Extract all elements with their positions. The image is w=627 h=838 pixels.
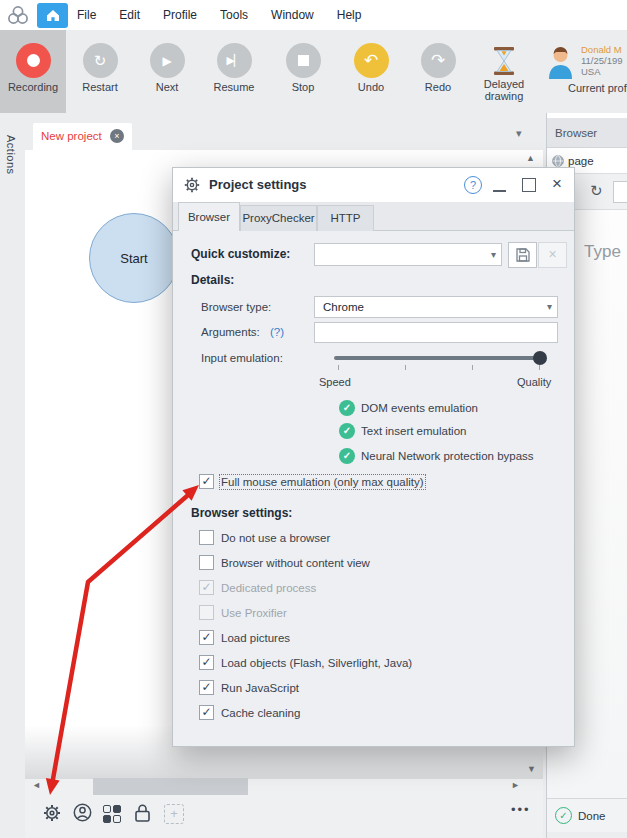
actions-sidebar: Actions <box>0 113 25 838</box>
menu-window[interactable]: Window <box>271 8 314 22</box>
details-label: Details: <box>191 273 234 287</box>
arguments-help-link[interactable]: (?) <box>270 326 284 338</box>
tab-close-icon[interactable]: × <box>110 129 124 143</box>
current-profile-button[interactable]: Donald M 11/25/199 USA Current profile <box>535 30 627 113</box>
menu-edit[interactable]: Edit <box>119 8 140 22</box>
actions-sidebar-label: Actions <box>5 135 17 175</box>
profile-country: USA <box>581 66 601 77</box>
profile-name: Donald M <box>581 44 622 55</box>
grid-view-icon[interactable] <box>103 805 121 823</box>
stop-icon <box>286 43 321 78</box>
add-region-icon[interactable]: + <box>164 804 184 824</box>
settings-gear-icon[interactable] <box>42 803 62 823</box>
gear-icon <box>183 176 201 194</box>
help-icon[interactable]: ? <box>464 176 482 194</box>
checkbox-icon <box>199 605 214 620</box>
page-item-label: page <box>568 155 594 167</box>
checkbox-icon[interactable]: ✓ <box>199 474 214 489</box>
dialog-tabstrip: Browser ProxyChecker HTTP <box>173 202 574 231</box>
checkbox-icon[interactable] <box>199 555 214 570</box>
save-icon <box>516 248 530 262</box>
arguments-label: Arguments: <box>201 326 260 338</box>
address-bar[interactable] <box>613 181 627 203</box>
tab-new-project[interactable]: New project × <box>33 123 132 150</box>
menu-bar: File Edit Profile Tools Window Help <box>0 0 627 30</box>
scroll-left-icon[interactable]: ◄ <box>32 780 41 790</box>
check-circle-icon: ✓ <box>339 448 355 464</box>
recording-button[interactable]: Recording <box>0 30 66 113</box>
checkbox-icon[interactable]: ✓ <box>199 705 214 720</box>
clear-preset-button[interactable]: × <box>538 242 567 268</box>
tab-browser[interactable]: Browser <box>178 202 240 231</box>
feature-neural-network: ✓ Neural Network protection bypass <box>339 448 575 464</box>
slider-min-label: Speed <box>319 376 351 388</box>
checkbox-run-javascript[interactable]: ✓ Run JavaScript <box>199 680 299 695</box>
slider-track[interactable] <box>334 356 544 360</box>
lock-icon[interactable] <box>133 803 152 823</box>
quick-customize-combobox[interactable]: ▾ <box>314 243 502 266</box>
checkbox-icon[interactable]: ✓ <box>199 630 214 645</box>
tab-list-chevron-down-icon[interactable]: ▾ <box>516 127 522 140</box>
close-icon[interactable]: × <box>552 174 562 194</box>
stop-button[interactable]: Stop <box>271 30 335 113</box>
chevron-down-icon: ▾ <box>547 301 552 312</box>
tab-http[interactable]: HTTP <box>317 205 374 231</box>
profile-person-icon[interactable] <box>73 803 92 822</box>
slider-handle[interactable] <box>533 351 547 365</box>
menu-help[interactable]: Help <box>337 8 362 22</box>
refresh-icon[interactable]: ↻ <box>590 182 603 200</box>
scroll-right-icon[interactable]: ► <box>511 780 520 790</box>
browser-panel-title: Browser <box>555 127 597 139</box>
checkbox-load-objects[interactable]: ✓ Load objects (Flash, Silverlight, Java… <box>199 655 412 670</box>
save-preset-button[interactable] <box>508 242 537 268</box>
toolbar: Recording ↻ Restart ▶ Next ▶▏ Resume Sto… <box>0 30 627 113</box>
checkbox-dedicated-process: ✓ Dedicated process <box>199 580 316 595</box>
project-settings-dialog: Project settings ? × Browser ProxyChecke… <box>172 167 575 747</box>
arguments-input[interactable] <box>314 322 558 343</box>
home-button[interactable] <box>37 3 68 28</box>
browser-type-select[interactable]: Chrome ▾ <box>314 296 558 318</box>
dialog-titlebar[interactable]: Project settings ? × <box>173 168 574 202</box>
done-check-icon: ✓ <box>555 807 572 824</box>
input-emulation-slider[interactable]: Speed Quality <box>334 348 546 382</box>
checkbox-cache-cleaning[interactable]: ✓ Cache cleaning <box>199 705 300 720</box>
app-logo-icon <box>6 5 30 26</box>
tab-proxychecker[interactable]: ProxyChecker <box>240 205 317 231</box>
scroll-up-icon[interactable]: ▲ <box>526 153 535 163</box>
undo-icon: ↶ <box>354 43 389 78</box>
start-node[interactable]: Start <box>89 213 179 303</box>
avatar <box>547 46 574 79</box>
checkbox-icon[interactable]: ✓ <box>199 655 214 670</box>
next-button[interactable]: ▶ Next <box>135 30 199 113</box>
checkbox-icon[interactable] <box>199 530 214 545</box>
browser-content-text: Type <box>584 242 621 262</box>
resume-button[interactable]: ▶▏ Resume <box>202 30 266 113</box>
checkbox-no-browser[interactable]: Do not use a browser <box>199 530 330 545</box>
checkbox-full-mouse-emulation[interactable]: ✓ Full mouse emulation (only max quality… <box>199 474 424 489</box>
undo-button[interactable]: ↶ Undo <box>339 30 403 113</box>
menu-profile[interactable]: Profile <box>163 8 197 22</box>
tab-new-project-label: New project <box>41 130 102 142</box>
menu-items: File Edit Profile Tools Window Help <box>77 0 361 30</box>
minimize-icon[interactable] <box>493 190 506 192</box>
scroll-down-icon[interactable]: ▼ <box>527 764 536 774</box>
horizontal-scrollbar-thumb[interactable] <box>93 778 248 795</box>
status-bar: ✓ Done <box>547 798 627 832</box>
recording-label: Recording <box>0 81 66 93</box>
restart-button[interactable]: ↻ Restart <box>68 30 132 113</box>
delayed-drawing-button[interactable]: Delayed drawing <box>472 30 536 113</box>
panel-strip <box>547 832 627 838</box>
checkbox-no-content-view[interactable]: Browser without content view <box>199 555 370 570</box>
start-node-label: Start <box>120 251 147 266</box>
maximize-icon[interactable] <box>522 178 536 192</box>
record-icon <box>16 43 51 78</box>
browser-settings-label: Browser settings: <box>191 506 292 520</box>
menu-file[interactable]: File <box>77 8 96 22</box>
menu-tools[interactable]: Tools <box>220 8 248 22</box>
current-profile-label: Current profile <box>568 82 627 94</box>
hourglass-icon <box>493 47 515 75</box>
checkbox-icon[interactable]: ✓ <box>199 680 214 695</box>
more-options-icon[interactable]: ••• <box>511 802 531 817</box>
checkbox-load-pictures[interactable]: ✓ Load pictures <box>199 630 290 645</box>
redo-button[interactable]: ↷ Redo <box>406 30 470 113</box>
